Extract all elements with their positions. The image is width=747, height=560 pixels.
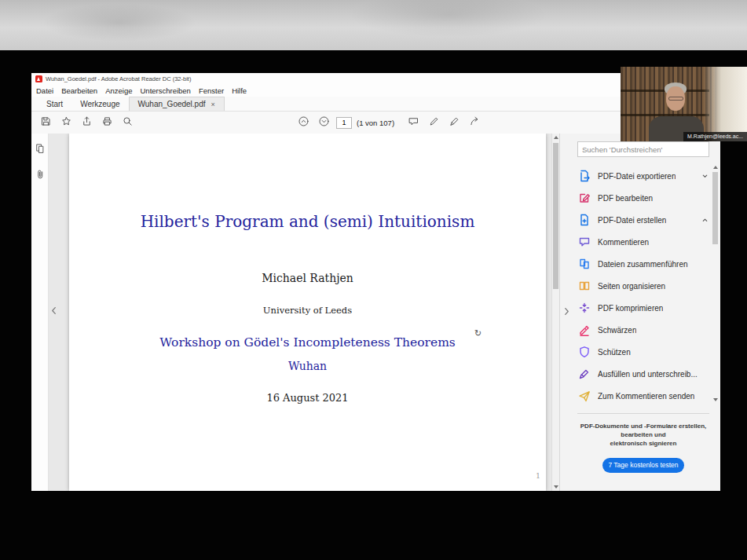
menu-bar: Datei Bearbeiten Anzeige Unterschreiben … — [31, 85, 720, 97]
page-thumbnails-button[interactable] — [33, 143, 47, 157]
tab-document[interactable]: Wuhan_Goedel.pdf × — [129, 97, 225, 111]
organize-pages-icon — [577, 280, 591, 293]
printer-icon — [101, 115, 113, 130]
slide-venue: Wuhan — [69, 360, 546, 372]
send-paper-plane-icon — [577, 390, 591, 403]
panel-divider — [577, 413, 709, 414]
top-gray-band — [0, 0, 747, 50]
tool-send-for-comments[interactable]: Zum Kommentieren senden — [577, 385, 709, 407]
share-icon — [81, 115, 93, 130]
promo-line: elektronisch signieren — [577, 439, 709, 448]
slide-title: Hilbert's Program and (semi) Intuitionis… — [69, 212, 546, 231]
compress-pdf-icon — [577, 302, 591, 315]
toolbar-center-group: (1 von 107) — [295, 112, 482, 134]
menu-bearbeiten[interactable]: Bearbeiten — [61, 86, 97, 95]
annotate-button[interactable] — [426, 115, 441, 130]
chevron-right-icon[interactable] — [562, 306, 570, 317]
tool-fill-sign[interactable]: Ausfüllen und unterschreib... — [577, 363, 709, 385]
create-pdf-icon — [577, 214, 591, 227]
promo-text: PDF-Dokumente und -Formulare erstellen, … — [577, 422, 709, 448]
share-button[interactable] — [79, 115, 94, 130]
save-icon — [40, 115, 52, 130]
promo-line: bearbeiten und — [577, 430, 709, 439]
panel-scroll-down-arrow-icon[interactable] — [712, 396, 719, 404]
chevron-left-icon[interactable] — [49, 305, 57, 316]
comment-bubble-icon — [577, 236, 591, 249]
tools-panel: PDF-Datei exportieren PDF bearbeiten PDF… — [559, 134, 720, 491]
menu-datei[interactable]: Datei — [36, 86, 53, 95]
tool-compress-pdf[interactable]: PDF komprimieren — [577, 297, 709, 319]
toolbar: (1 von 107) — [31, 112, 720, 135]
tool-comment[interactable]: Kommentieren — [577, 231, 709, 253]
chevron-down-icon[interactable] — [700, 171, 709, 181]
close-icon[interactable]: × — [211, 101, 215, 108]
slide-page-number: 1 — [536, 471, 540, 480]
tool-label: PDF komprimieren — [598, 304, 663, 313]
arrow-up-circle-icon — [298, 115, 309, 130]
scrollbar-thumb[interactable] — [553, 143, 558, 289]
menu-anzeige[interactable]: Anzeige — [105, 86, 132, 95]
attachments-button[interactable] — [33, 169, 47, 183]
star-icon — [60, 115, 72, 130]
tool-organize-pages[interactable]: Seiten organisieren — [577, 275, 709, 297]
chevron-up-icon[interactable] — [700, 215, 709, 225]
forward-arrow-icon — [469, 115, 481, 130]
speech-bubble-icon — [408, 115, 419, 130]
slide-affiliation: University of Leeds — [69, 305, 546, 316]
document-scrollbar[interactable] — [551, 134, 559, 491]
tab-document-label: Wuhan_Goedel.pdf — [138, 100, 206, 108]
tab-start[interactable]: Start — [38, 97, 71, 111]
favorite-button[interactable] — [58, 115, 74, 130]
fill-sign-button[interactable] — [446, 115, 462, 130]
search-button[interactable] — [119, 115, 135, 130]
left-rail — [31, 134, 49, 491]
send-forward-button[interactable] — [467, 115, 482, 130]
panel-scrollbar[interactable] — [712, 163, 719, 404]
panel-scrollbar-thumb[interactable] — [712, 172, 718, 244]
scroll-down-arrow-icon[interactable] — [552, 483, 559, 491]
tools-panel-inner: PDF-Datei exportieren PDF bearbeiten PDF… — [577, 134, 709, 473]
document-viewport[interactable]: Hilbert's Program and (semi) Intuitionis… — [49, 134, 559, 491]
menu-unterschreiben[interactable]: Unterschreiben — [140, 86, 190, 95]
redact-marker-icon — [577, 324, 591, 337]
save-button[interactable] — [38, 115, 53, 130]
tool-redact[interactable]: Schwärzen — [577, 319, 709, 341]
pdf-page: Hilbert's Program and (semi) Intuitionis… — [69, 134, 546, 491]
tool-edit-pdf[interactable]: PDF bearbeiten — [577, 187, 709, 209]
page-up-button[interactable] — [295, 115, 311, 130]
page-down-button[interactable] — [316, 115, 331, 130]
scroll-up-arrow-icon[interactable] — [552, 134, 559, 141]
magnifier-icon — [122, 115, 134, 130]
tools-search-input[interactable] — [577, 141, 709, 157]
menu-fenster[interactable]: Fenster — [199, 86, 224, 95]
tool-label: Seiten organisieren — [598, 282, 665, 291]
pen-nib-icon — [449, 115, 460, 130]
page-number-input[interactable] — [336, 117, 352, 129]
webcam-name-label: M.Rathjen@leeds.ac... — [683, 132, 747, 141]
slide-author: Michael Rathjen — [69, 272, 546, 284]
panel-scroll-up-arrow-icon[interactable] — [712, 163, 719, 171]
tab-werkzeuge[interactable]: Werkzeuge — [71, 97, 128, 111]
shield-icon — [577, 346, 591, 359]
tool-label: Zum Kommentieren senden — [598, 392, 694, 401]
rotate-cursor-icon: ↻ — [474, 328, 482, 339]
trial-button[interactable]: 7 Tage kostenlos testen — [602, 458, 684, 473]
edit-pdf-icon — [577, 192, 591, 205]
window-title: Wuhan_Goedel.pdf - Adobe Acrobat Reader … — [46, 75, 191, 82]
slide-date: 16 August 2021 — [69, 392, 546, 404]
tool-combine-files[interactable]: Dateien zusammenführen — [577, 253, 709, 275]
tool-protect[interactable]: Schützen — [577, 341, 709, 363]
tab-bar: Start Werkzeuge Wuhan_Goedel.pdf × — [31, 97, 720, 112]
print-button[interactable] — [99, 115, 115, 130]
comment-button[interactable] — [405, 115, 421, 130]
menu-hilfe[interactable]: Hilfe — [232, 86, 247, 95]
pencil-icon — [428, 115, 440, 130]
arrow-down-circle-icon — [318, 115, 330, 130]
tool-create-pdf[interactable]: PDF-Datei erstellen — [577, 209, 709, 231]
adobe-reader-icon — [35, 75, 42, 82]
window-light — [704, 67, 747, 141]
paperclip-icon — [35, 169, 46, 183]
tool-export-pdf[interactable]: PDF-Datei exportieren — [577, 165, 709, 187]
content-area: Hilbert's Program and (semi) Intuitionis… — [31, 134, 720, 491]
tool-list: PDF-Datei exportieren PDF bearbeiten PDF… — [577, 165, 709, 407]
